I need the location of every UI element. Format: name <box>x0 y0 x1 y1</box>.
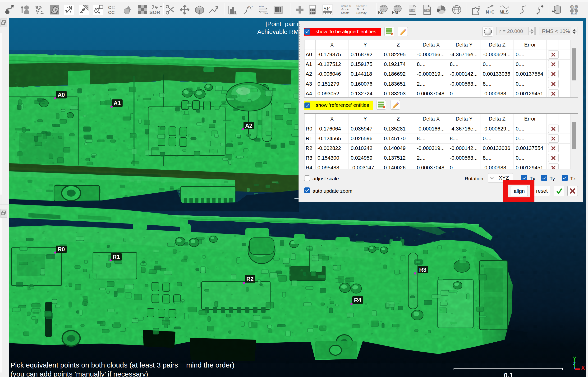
svg-text:Kd: Kd <box>378 10 384 15</box>
svg-text:min: min <box>259 5 264 8</box>
svg-text:3D: 3D <box>573 8 576 11</box>
svg-text:SF: SF <box>323 5 330 12</box>
svg-text:X: X <box>581 365 585 371</box>
svg-text:MLS: MLS <box>499 10 509 14</box>
svg-text:TRAIN: TRAIN <box>571 13 577 15</box>
svg-text:⚙→★: ⚙→★ <box>357 8 365 11</box>
svg-text:C: C <box>112 5 115 10</box>
svg-text:FM: FM <box>392 10 398 15</box>
svg-text:CC: CC <box>108 10 115 15</box>
svg-text:N+C: N+C <box>486 10 495 14</box>
svg-text:C: C <box>108 5 112 10</box>
svg-text:SHF: SHF <box>410 9 415 12</box>
svg-text:Create: Create <box>341 12 350 15</box>
svg-text:Z: Z <box>573 361 576 366</box>
svg-text:max: max <box>263 12 268 15</box>
svg-text:Classify: Classify <box>356 12 367 15</box>
svg-text:CSV: CSV <box>425 9 430 12</box>
svg-text:CANUPO: CANUPO <box>356 5 367 7</box>
svg-text:M: M <box>571 6 573 8</box>
svg-text:SOR: SOR <box>149 10 160 15</box>
svg-text:CANUPO: CANUPO <box>341 5 351 7</box>
svg-text:⚙→★: ⚙→★ <box>341 8 349 11</box>
